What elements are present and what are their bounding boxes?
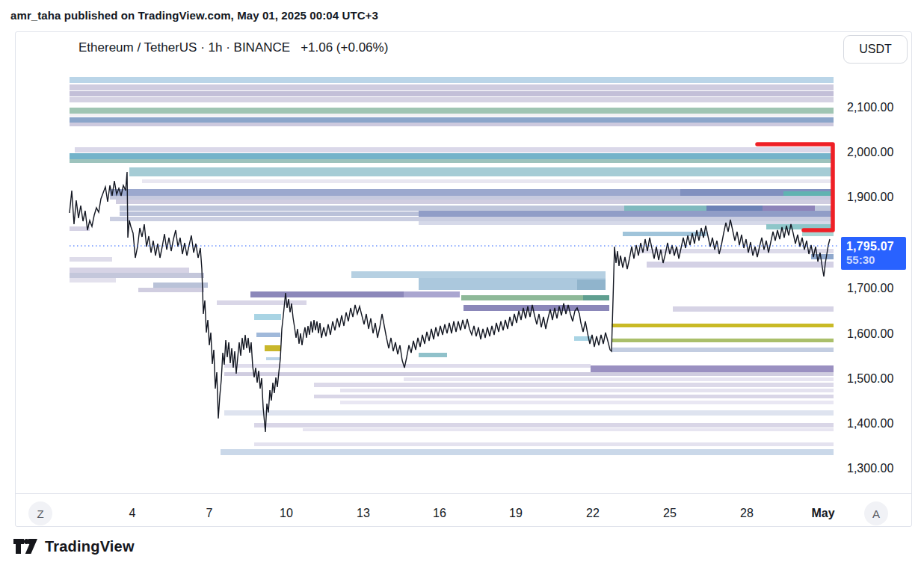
bar-countdown: 55:30	[846, 253, 906, 267]
timezone-button[interactable]: Z	[28, 501, 52, 525]
tradingview-logo[interactable]: TradingView	[13, 537, 135, 555]
last-price-badge[interactable]: 1,795.07 55:30	[841, 237, 906, 270]
currency-toggle-label: USDT	[859, 43, 892, 56]
last-price-value: 1,795.07	[846, 239, 906, 253]
time-tick-label: 25	[663, 507, 677, 520]
auto-scale-button[interactable]: A	[864, 501, 888, 525]
time-tick-label: 16	[433, 507, 446, 520]
time-tick-label: 19	[509, 507, 523, 520]
time-tick-label: 13	[357, 507, 370, 520]
screenshot-stage: amr_taha published on TradingView.com, M…	[0, 0, 924, 568]
time-tick-label: 7	[206, 507, 213, 520]
time-tick-label: May	[811, 507, 834, 520]
time-tick-label: 28	[740, 507, 754, 520]
time-tick-label: 10	[280, 507, 293, 520]
time-tick-label: 22	[586, 507, 600, 520]
currency-toggle-button[interactable]: USDT	[843, 35, 908, 64]
tradingview-logo-icon	[13, 537, 38, 555]
time-tick-label: 4	[129, 507, 136, 520]
tradingview-logo-text: TradingView	[45, 538, 135, 555]
time-axis-separator	[16, 493, 912, 494]
timezone-button-label: Z	[37, 507, 43, 520]
time-axis[interactable]: 4710131619222528May	[0, 0, 924, 568]
auto-scale-button-label: A	[872, 507, 880, 520]
